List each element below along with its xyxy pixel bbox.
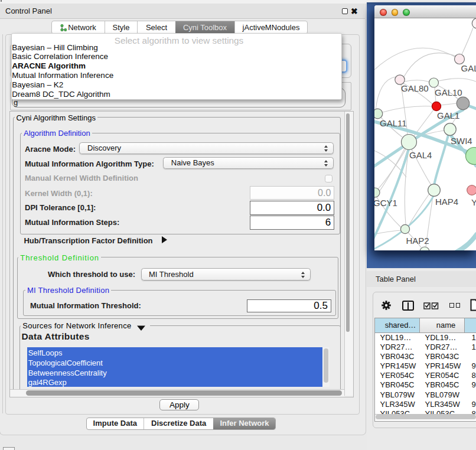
svg-text:GAL80: GAL80 [401,83,429,93]
svg-text:GAL11: GAL11 [380,118,407,128]
svg-text:HAP2: HAP2 [406,236,429,246]
svg-text:Y: Y [471,197,476,207]
svg-text:GCY1: GCY1 [374,198,397,208]
svg-text:GAL4: GAL4 [409,150,432,160]
svg-text:GAL1: GAL1 [437,110,459,120]
svg-text:GAL10: GAL10 [435,87,462,97]
svg-text:SWI4: SWI4 [451,136,472,146]
svg-text:GAL2: GAL2 [461,63,476,73]
svg-text:HAP4: HAP4 [435,197,458,207]
